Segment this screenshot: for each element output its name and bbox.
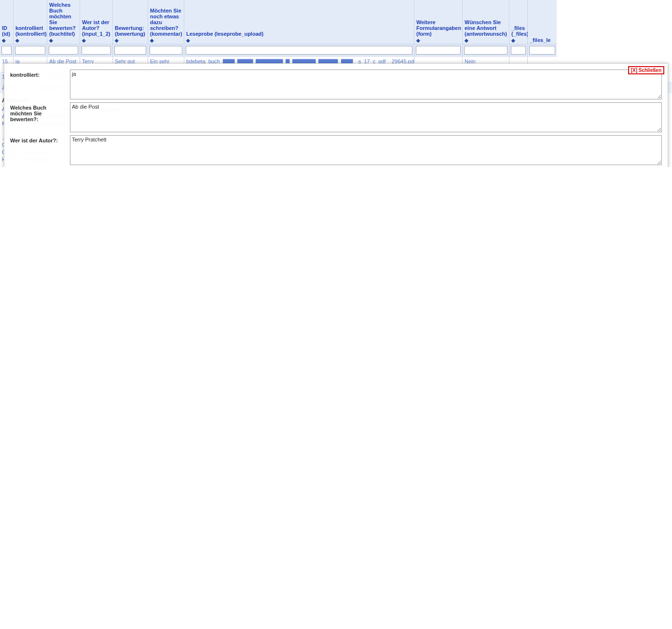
col-buchtitel[interactable]: Welches Buch möchten Sie bewerten? (buch… [47,0,80,44]
col-leseprobe[interactable]: Leseprobe (leseprobe_upload)◆ [184,0,414,44]
sort-icon: ◆ [2,38,11,43]
sort-icon: ◆ [186,38,412,43]
label-kontrolliert: kontrolliert: [10,70,70,100]
filter-kontrolliert[interactable] [15,46,45,55]
sort-icon: ◆ [150,38,182,43]
filter-leseprobe[interactable] [186,46,412,55]
sort-icon: ◆ [465,38,507,43]
col-files-le[interactable]: _files_le [528,0,557,44]
filter-files-le[interactable] [529,46,555,55]
filter-kommentar[interactable] [150,46,182,55]
edit-dialog: [X] Schließen kontrolliert: Welches Buch… [4,63,668,167]
input-autor[interactable] [70,135,662,165]
col-id[interactable]: ID (id)◆ [0,0,14,44]
col-autor[interactable]: Wer ist der Autor? (input_1_2)◆ [80,0,113,44]
sort-icon: ◆ [15,38,45,43]
sort-icon: ◆ [82,38,110,43]
sort-icon: ◆ [511,38,525,43]
grid-filter-row [0,44,672,56]
grid-header-row: ID (id)◆ kontrolliert (kontrolliert)◆ We… [0,0,672,44]
close-button[interactable]: [X] Schließen [628,66,664,74]
filter-bewertung[interactable] [114,46,146,55]
label-autor: Wer ist der Autor?: [10,135,70,166]
filter-antwort[interactable] [464,46,507,55]
filter-form[interactable] [416,46,461,55]
filter-buchtitel[interactable] [49,46,78,55]
label-buchtitel: Welches Buch möchten Sie bewerten?: [10,102,70,133]
col-form[interactable]: Weitere Formularangaben (form)◆ [414,0,463,44]
filter-id[interactable] [1,46,12,55]
input-kontrolliert[interactable] [70,70,662,99]
filter-autor[interactable] [82,46,111,55]
filter-files[interactable] [511,46,526,55]
col-bewertung[interactable]: Bewertung: (bewertung)◆ [113,0,148,44]
input-buchtitel[interactable] [70,102,662,132]
sort-icon: ◆ [49,38,78,43]
col-kommentar[interactable]: Möchten Sie noch etwas dazu schreiben? (… [148,0,184,44]
col-antwort[interactable]: Wünschen Sie eine Antwort (antwortwunsch… [463,0,509,44]
sort-icon: ◆ [416,38,460,43]
col-files[interactable]: _files (_files)◆ [509,0,528,44]
sort-icon: ◆ [115,38,146,43]
col-kontrolliert[interactable]: kontrolliert (kontrolliert)◆ [14,0,47,44]
